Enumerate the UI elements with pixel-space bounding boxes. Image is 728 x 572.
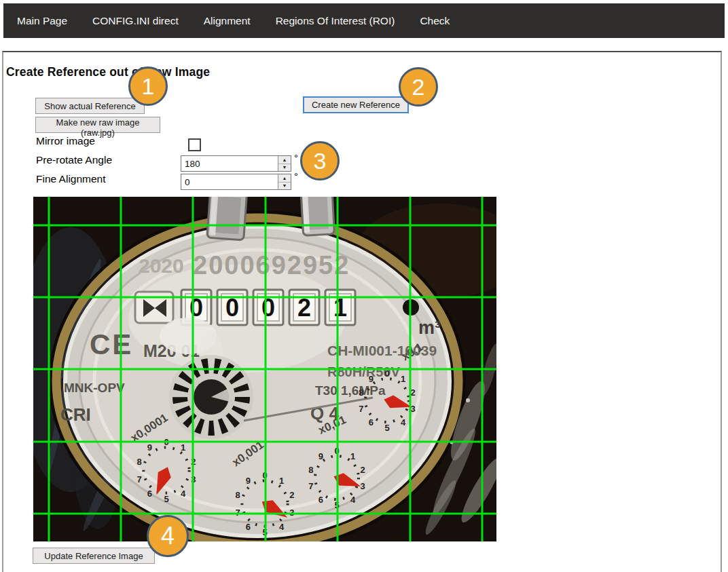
top-nav: Main Page CONFIG.INI direct Alignment Re… bbox=[3, 3, 725, 38]
prerotate-angle-input[interactable] bbox=[181, 156, 278, 171]
svg-text:T30 1,6MPa: T30 1,6MPa bbox=[315, 383, 386, 398]
svg-text:8: 8 bbox=[359, 387, 363, 398]
prerotate-spinner: ▲ ▼ bbox=[278, 156, 291, 171]
svg-text:1: 1 bbox=[279, 476, 284, 486]
svg-text:m³: m³ bbox=[418, 318, 441, 338]
svg-text:9: 9 bbox=[147, 442, 152, 453]
nav-roi[interactable]: Regions Of Interest (ROI) bbox=[276, 15, 395, 27]
nav-main-page[interactable]: Main Page bbox=[17, 15, 67, 27]
svg-text:8: 8 bbox=[136, 457, 141, 467]
spinner-down-icon[interactable]: ▼ bbox=[278, 164, 291, 172]
spinner-up-icon[interactable]: ▲ bbox=[278, 156, 291, 164]
svg-text:6: 6 bbox=[369, 417, 374, 427]
svg-text:7: 7 bbox=[308, 481, 313, 491]
svg-text:4: 4 bbox=[401, 417, 406, 427]
spinner-down-icon[interactable]: ▼ bbox=[278, 183, 291, 190]
spinner-up-icon[interactable]: ▲ bbox=[278, 174, 291, 183]
prerotate-angle-label: Pre-rotate Angle bbox=[36, 154, 112, 166]
fine-alignment-input[interactable] bbox=[181, 174, 278, 189]
show-actual-reference-button[interactable]: Show actual Reference bbox=[35, 98, 145, 114]
svg-text:5: 5 bbox=[384, 423, 389, 433]
update-reference-image-button[interactable]: Update Reference Image bbox=[33, 548, 155, 564]
svg-text:CRI: CRI bbox=[60, 404, 91, 425]
svg-text:4: 4 bbox=[279, 522, 285, 532]
svg-text:1: 1 bbox=[401, 374, 405, 384]
annotation-badge-3: 3 bbox=[300, 141, 340, 180]
prerotate-angle-field: ▲ ▼ bbox=[181, 155, 291, 172]
nav-alignment[interactable]: Alignment bbox=[204, 15, 251, 27]
svg-text:2: 2 bbox=[410, 387, 415, 398]
svg-text:8: 8 bbox=[308, 465, 313, 475]
svg-text:7: 7 bbox=[359, 404, 363, 414]
meter-gear bbox=[169, 355, 253, 439]
svg-text:9: 9 bbox=[246, 476, 251, 486]
svg-text:7: 7 bbox=[235, 508, 240, 518]
svg-text:9: 9 bbox=[318, 451, 323, 461]
svg-text:1: 1 bbox=[350, 451, 355, 461]
svg-text:5: 5 bbox=[164, 494, 168, 504]
fine-alignment-degree-unit: ° bbox=[294, 170, 298, 182]
svg-text:9: 9 bbox=[369, 374, 374, 384]
mirror-image-label: Mirror image bbox=[36, 135, 95, 147]
annotation-badge-2: 2 bbox=[399, 67, 438, 107]
svg-text:2000692952: 2000692952 bbox=[193, 251, 350, 280]
annotation-badge-1: 1 bbox=[128, 66, 168, 106]
create-new-reference-button[interactable]: Create new Reference bbox=[303, 96, 409, 113]
svg-text:3: 3 bbox=[289, 508, 294, 518]
svg-text:MNK-OPV: MNK-OPV bbox=[64, 381, 125, 395]
fine-alignment-label: Fine Alignment bbox=[36, 173, 106, 185]
svg-text:2: 2 bbox=[360, 465, 365, 475]
svg-text:3: 3 bbox=[410, 404, 415, 414]
svg-text:6: 6 bbox=[246, 522, 251, 532]
svg-text:3: 3 bbox=[360, 481, 365, 491]
fine-alignment-field: ▲ ▼ bbox=[181, 174, 291, 190]
fine-alignment-spinner: ▲ ▼ bbox=[278, 174, 291, 189]
reference-image-preview: 2020 2000692952 0 0 0 bbox=[33, 197, 496, 541]
svg-text:2020: 2020 bbox=[139, 254, 184, 277]
svg-text:6: 6 bbox=[318, 495, 323, 505]
svg-text:8: 8 bbox=[235, 490, 240, 500]
meter-clip-left bbox=[207, 197, 247, 240]
meter-clip-right bbox=[301, 197, 334, 235]
meter-serial: 2020 2000692952 bbox=[139, 251, 350, 280]
svg-text:CE: CE bbox=[90, 328, 133, 360]
svg-text:2: 2 bbox=[289, 490, 294, 500]
svg-text:1: 1 bbox=[181, 442, 185, 453]
prerotate-degree-unit: ° bbox=[294, 152, 298, 164]
make-new-raw-image-button[interactable]: Make new raw image (raw.jpg) bbox=[35, 117, 160, 133]
svg-text:7: 7 bbox=[136, 474, 141, 484]
svg-text:6: 6 bbox=[147, 489, 152, 499]
mirror-image-checkbox[interactable] bbox=[188, 138, 201, 151]
nav-check[interactable]: Check bbox=[420, 15, 450, 27]
page-title: Create Reference out of Raw Image bbox=[6, 65, 210, 79]
svg-text:4: 4 bbox=[181, 489, 186, 499]
annotation-badge-4: 4 bbox=[147, 515, 189, 557]
meter-photo: 2020 2000692952 0 0 0 bbox=[33, 197, 496, 541]
svg-text:4: 4 bbox=[350, 495, 356, 505]
nav-config-ini[interactable]: CONFIG.INI direct bbox=[92, 15, 179, 27]
